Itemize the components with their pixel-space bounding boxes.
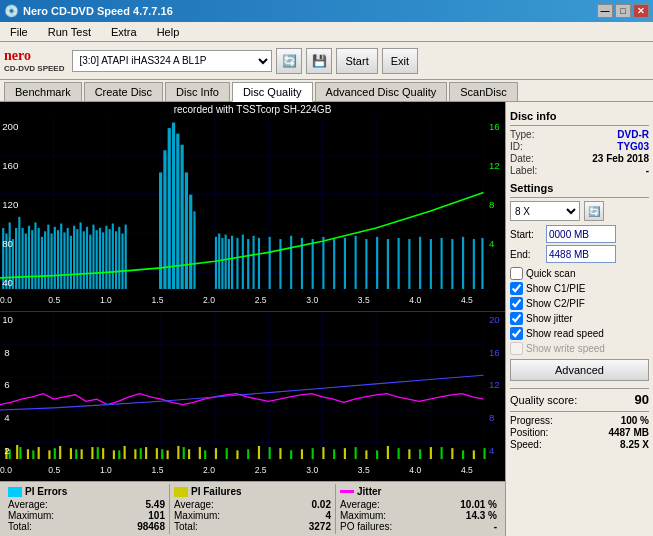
close-button[interactable]: ✕ <box>633 4 649 18</box>
drive-select[interactable]: [3:0] ATAPI iHAS324 A BL1P <box>72 50 272 72</box>
pi-errors-label: PI Errors <box>25 486 67 497</box>
pi-failures-label: PI Failures <box>191 486 242 497</box>
svg-text:2: 2 <box>4 445 9 456</box>
svg-rect-152 <box>387 446 389 459</box>
quick-scan-row: Quick scan <box>510 267 649 280</box>
advanced-button[interactable]: Advanced <box>510 359 649 381</box>
show-write-speed-checkbox[interactable] <box>510 342 523 355</box>
menu-file[interactable]: File <box>4 24 34 40</box>
svg-rect-19 <box>21 228 23 289</box>
svg-rect-30 <box>57 230 59 289</box>
start-button[interactable]: Start <box>336 48 377 74</box>
svg-rect-24 <box>38 228 40 289</box>
svg-rect-163 <box>118 450 120 459</box>
pi-errors-avg-label: Average: <box>8 499 48 510</box>
show-jitter-row: Show jitter <box>510 312 649 325</box>
pi-failures-max-label: Maximum: <box>174 510 220 521</box>
quick-scan-checkbox[interactable] <box>510 267 523 280</box>
minimize-button[interactable]: — <box>597 4 613 18</box>
menu-help[interactable]: Help <box>151 24 186 40</box>
save-icon-button[interactable]: 💾 <box>306 48 332 74</box>
svg-rect-74 <box>290 236 292 289</box>
pi-errors-max-label: Maximum: <box>8 510 54 521</box>
start-input[interactable] <box>546 225 616 243</box>
title-bar: 💿 Nero CD-DVD Speed 4.7.7.16 — □ ✕ <box>0 0 653 22</box>
svg-rect-138 <box>145 447 147 459</box>
svg-rect-168 <box>226 448 228 459</box>
svg-rect-158 <box>19 447 21 459</box>
end-input[interactable] <box>546 245 616 263</box>
svg-rect-173 <box>333 449 335 459</box>
svg-rect-25 <box>41 237 43 289</box>
speed-select[interactable]: 8 X 4 X 12 X 16 X <box>510 201 580 221</box>
svg-rect-69 <box>247 239 249 289</box>
right-panel: Disc info Type: DVD-R ID: TYG03 Date: 23… <box>505 102 653 536</box>
show-c2-pif-label: Show C2/PIF <box>526 298 585 309</box>
svg-rect-64 <box>225 235 227 289</box>
tab-create-disc[interactable]: Create Disc <box>84 82 163 101</box>
svg-rect-60 <box>193 211 195 289</box>
start-label: Start: <box>510 229 542 240</box>
date-value: 23 Feb 2018 <box>592 153 649 164</box>
pi-failures-max-value: 4 <box>325 510 331 521</box>
tabs: Benchmark Create Disc Disc Info Disc Qua… <box>0 80 653 102</box>
app-icon: 💿 <box>4 4 19 18</box>
svg-rect-135 <box>113 450 115 459</box>
position-label: Position: <box>510 427 548 438</box>
menu-extra[interactable]: Extra <box>105 24 143 40</box>
chart-area: recorded with TSSTcorp SH-224GB <box>0 102 505 536</box>
id-label: ID: <box>510 141 523 152</box>
svg-text:200: 200 <box>2 121 19 132</box>
tab-scan-disc[interactable]: ScanDisc <box>449 82 517 101</box>
svg-text:8: 8 <box>4 347 9 358</box>
svg-rect-176 <box>398 448 400 459</box>
bottom-chart-svg: 10 8 6 4 2 20 16 12 8 4 0.0 0.5 1.0 1.5 … <box>0 312 505 481</box>
svg-rect-37 <box>80 222 82 289</box>
svg-rect-164 <box>140 448 142 459</box>
maximize-button[interactable]: □ <box>615 4 631 18</box>
svg-rect-45 <box>105 226 107 289</box>
svg-rect-73 <box>279 239 281 289</box>
show-c2-pif-checkbox[interactable] <box>510 297 523 310</box>
svg-rect-167 <box>204 450 206 459</box>
show-jitter-checkbox[interactable] <box>510 312 523 325</box>
svg-rect-155 <box>451 448 453 459</box>
svg-rect-131 <box>70 448 72 459</box>
jitter-color <box>340 490 354 493</box>
show-read-speed-checkbox[interactable] <box>510 327 523 340</box>
tab-disc-quality[interactable]: Disc Quality <box>232 82 313 102</box>
svg-rect-86 <box>419 237 421 289</box>
svg-rect-150 <box>344 448 346 459</box>
tab-benchmark[interactable]: Benchmark <box>4 82 82 101</box>
svg-rect-161 <box>75 449 77 459</box>
settings-refresh-button[interactable]: 🔄 <box>584 201 604 221</box>
date-label: Date: <box>510 153 534 164</box>
svg-text:20: 20 <box>489 314 500 325</box>
speed-label: Speed: <box>510 439 542 450</box>
svg-text:0.0: 0.0 <box>0 295 12 305</box>
svg-rect-85 <box>408 239 410 289</box>
show-write-speed-row: Show write speed <box>510 342 649 355</box>
exit-button[interactable]: Exit <box>382 48 418 74</box>
menu-run-test[interactable]: Run Test <box>42 24 97 40</box>
pi-errors-color <box>8 487 22 497</box>
pi-failures-avg-value: 0.02 <box>312 499 331 510</box>
svg-rect-134 <box>102 448 104 459</box>
svg-rect-178 <box>441 447 443 459</box>
svg-rect-180 <box>484 448 486 459</box>
pi-errors-block: PI Errors Average: 5.49 Maximum: 101 Tot… <box>4 484 170 534</box>
po-failures-value: - <box>494 521 497 532</box>
svg-rect-140 <box>167 450 169 459</box>
svg-rect-40 <box>89 235 91 289</box>
type-value: DVD-R <box>617 129 649 140</box>
svg-rect-177 <box>419 449 421 459</box>
svg-rect-175 <box>376 450 378 459</box>
type-label: Type: <box>510 129 534 140</box>
svg-text:4.5: 4.5 <box>461 295 473 305</box>
svg-rect-72 <box>269 237 271 289</box>
refresh-icon-button[interactable]: 🔄 <box>276 48 302 74</box>
tab-advanced-disc-quality[interactable]: Advanced Disc Quality <box>315 82 448 101</box>
show-c1-pie-checkbox[interactable] <box>510 282 523 295</box>
svg-text:40: 40 <box>2 276 13 287</box>
tab-disc-info[interactable]: Disc Info <box>165 82 230 101</box>
